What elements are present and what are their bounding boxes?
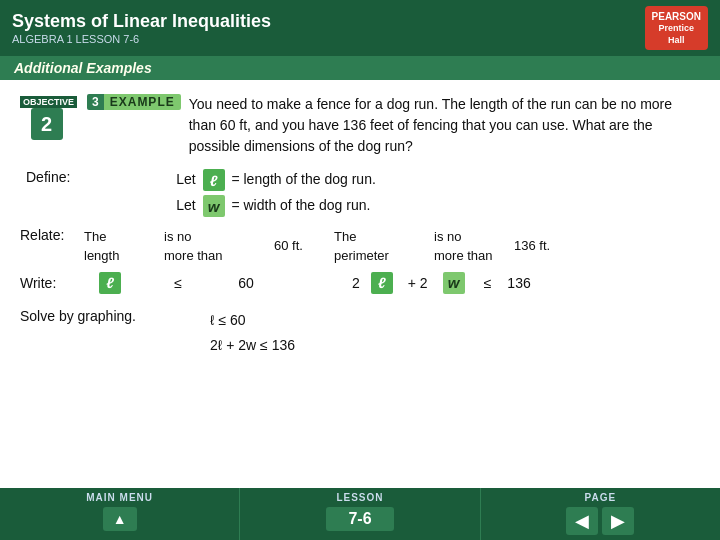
relate-col6: 136 ft. — [510, 236, 570, 256]
footer-page[interactable]: PAGE ◀ ▶ — [481, 488, 720, 540]
relate-label: Relate: — [20, 227, 80, 243]
pearson-logo: PEARSON Prentice Hall — [645, 6, 708, 50]
page-label: PAGE — [585, 492, 617, 503]
header-text: Systems of Linear Inequalities ALGEBRA 1… — [12, 11, 271, 45]
relate-col1: The length — [80, 227, 160, 265]
write-val1: 60 — [216, 275, 276, 291]
objective-block: OBJECTIVE 2 — [20, 94, 81, 140]
let1-cell: Let ℓ = length of the dog run. — [170, 167, 700, 193]
main-menu-button[interactable]: ▲ — [103, 507, 137, 531]
objective-number: 2 — [31, 108, 63, 140]
relate-col4: The perimeter — [330, 227, 430, 265]
write-plus: + 2 — [408, 275, 428, 291]
define-section: Define: Let ℓ = length of the dog run. L… — [20, 167, 700, 219]
define-label: Define: — [20, 167, 170, 219]
write-op1: ≤ — [148, 275, 208, 291]
write-label: Write: — [20, 275, 80, 291]
write-coef2: 2 — [352, 275, 360, 291]
lesson-label: LESSON — [336, 492, 383, 503]
example-number: 3 — [87, 94, 104, 110]
write-var-w: w — [443, 272, 465, 294]
solve-eq2: 2ℓ + 2w ≤ 136 — [210, 333, 295, 358]
write-section: Write: ℓ ≤ 60 2 ℓ + 2 w ≤ 136 — [20, 272, 700, 294]
write-op2: ≤ — [484, 275, 492, 291]
write-var-l: ℓ — [80, 272, 140, 294]
main-menu-label: MAIN MENU — [86, 492, 153, 503]
section-banner: Additional Examples — [0, 56, 720, 80]
prev-page-button[interactable]: ◀ — [566, 507, 598, 535]
next-page-button[interactable]: ▶ — [602, 507, 634, 535]
write-var-l2: ℓ — [371, 272, 393, 294]
problem-text: You need to make a fence for a dog run. … — [189, 94, 700, 157]
header: Systems of Linear Inequalities ALGEBRA 1… — [0, 0, 720, 56]
footer-lesson: LESSON 7-6 — [240, 488, 480, 540]
var-w-box: w — [203, 195, 225, 217]
relate-col3: 60 ft. — [270, 236, 330, 256]
write-equation: ℓ ≤ 60 2 ℓ + 2 w ≤ 136 — [80, 272, 700, 294]
solve-label: Solve by graphing. — [20, 308, 180, 324]
relate-section: Relate: The length is no more than 60 ft… — [20, 227, 700, 265]
solve-eq1: ℓ ≤ 60 — [210, 308, 295, 333]
solve-section: Solve by graphing. ℓ ≤ 60 2ℓ + 2w ≤ 136 — [20, 308, 700, 358]
define-row-1: Define: Let ℓ = length of the dog run. — [20, 167, 700, 193]
let2-cell: Let w = width of the dog run. — [170, 193, 700, 219]
relate-col2: is no more than — [160, 227, 270, 265]
write-val2: 136 — [507, 275, 530, 291]
page-title: Systems of Linear Inequalities — [12, 11, 271, 32]
footer: MAIN MENU ▲ LESSON 7-6 PAGE ◀ ▶ — [0, 488, 720, 540]
page-nav: ◀ ▶ — [566, 507, 634, 535]
relate-col5: is no more than — [430, 227, 510, 265]
solve-row: Solve by graphing. ℓ ≤ 60 2ℓ + 2w ≤ 136 — [20, 308, 700, 358]
main-content: OBJECTIVE 2 3 EXAMPLE You need to make a… — [0, 80, 720, 368]
objective-badge: OBJECTIVE — [20, 96, 77, 108]
lesson-number-badge: 7-6 — [326, 507, 393, 531]
solve-equations: ℓ ≤ 60 2ℓ + 2w ≤ 136 — [210, 308, 295, 358]
relate-grid: The length is no more than 60 ft. The pe… — [80, 227, 570, 265]
footer-main-menu[interactable]: MAIN MENU ▲ — [0, 488, 240, 540]
example-label: EXAMPLE — [104, 94, 181, 110]
objective-row: OBJECTIVE 2 3 EXAMPLE You need to make a… — [20, 94, 700, 157]
var-l-box: ℓ — [203, 169, 225, 191]
example-badge: 3 EXAMPLE — [87, 94, 181, 110]
lesson-subtitle: ALGEBRA 1 LESSON 7-6 — [12, 33, 271, 45]
